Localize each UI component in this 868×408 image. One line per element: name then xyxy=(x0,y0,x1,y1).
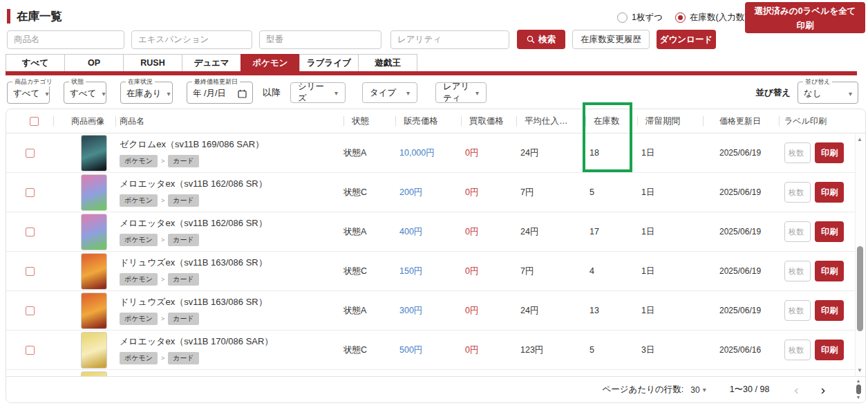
category-chip[interactable]: ポケモン xyxy=(120,313,158,325)
select-all-checkbox[interactable] xyxy=(30,117,39,126)
row-checkbox[interactable] xyxy=(26,228,35,237)
next-page-button[interactable]: › xyxy=(821,383,825,396)
product-name-input[interactable] xyxy=(7,30,124,49)
radio-unselected-icon[interactable] xyxy=(617,12,628,23)
avg-cost-cell: 123円 xyxy=(516,344,585,356)
tab-duema[interactable]: デュエマ xyxy=(182,54,241,72)
radio-selected-icon[interactable] xyxy=(675,12,686,23)
rows-per-page-select[interactable]: 30 ▾ xyxy=(690,385,706,395)
rarity-filter-select[interactable]: レアリティ ▾ xyxy=(435,82,487,103)
category-chip[interactable]: ポケモン xyxy=(120,234,158,246)
radio-one-per-sheet[interactable]: 1枚ずつ xyxy=(617,12,663,24)
tab-yugioh[interactable]: 遊戯王 xyxy=(358,54,417,72)
column-header-condition: 状態 xyxy=(343,115,395,127)
subcategory-chip[interactable]: カード xyxy=(168,352,198,364)
calendar-icon[interactable] xyxy=(238,89,247,98)
label-count-input[interactable] xyxy=(784,182,811,203)
sell-price-link[interactable]: 10,000円 xyxy=(395,147,461,159)
card-image[interactable] xyxy=(81,253,107,290)
product-name[interactable]: メロエッタex（sv11B 162/086 SR） xyxy=(120,217,343,230)
product-image-cell xyxy=(53,293,115,329)
stock-status-filter-select[interactable]: 在庫状況 在庫あり ▾ xyxy=(120,82,173,104)
tab-pokemon[interactable]: ポケモン xyxy=(240,54,300,72)
type-filter-select[interactable]: タイプ ▾ xyxy=(362,82,417,103)
label-count-input[interactable] xyxy=(784,142,811,163)
label-count-input[interactable] xyxy=(784,300,811,321)
card-image[interactable] xyxy=(81,174,107,211)
footer-mini-scrollbar[interactable]: ▲ ▼ xyxy=(855,378,862,400)
print-label-button[interactable]: 印刷 xyxy=(815,300,844,321)
product-name[interactable]: メロエッタex（sv11B 162/086 SR） xyxy=(120,178,343,190)
scroll-up-icon[interactable]: ▲ xyxy=(856,378,861,383)
radio-stock-count[interactable]: 在庫数(入力数) xyxy=(675,12,747,24)
table-scrollbar[interactable]: ▲ ▼ xyxy=(855,134,865,378)
sell-price-link[interactable]: 200円 xyxy=(395,187,461,198)
card-image[interactable] xyxy=(81,214,107,250)
tab-rush[interactable]: RUSH xyxy=(123,54,182,72)
sell-price-link[interactable]: 500円 xyxy=(395,344,461,356)
row-checkbox[interactable] xyxy=(26,267,35,276)
category-chip[interactable]: ポケモン xyxy=(120,155,158,167)
row-checkbox[interactable] xyxy=(26,346,35,355)
product-name[interactable]: ドリュウズex（sv11B 163/086 SR） xyxy=(120,257,343,269)
inventory-table: 商品画像 商品名 状態 販売価格 買取価格 平均仕入… 在庫数 滞留期間 価格更… xyxy=(6,109,866,403)
subcategory-chip[interactable]: カード xyxy=(168,194,198,207)
print-label-button[interactable]: 印刷 xyxy=(815,142,844,163)
label-count-input[interactable] xyxy=(784,261,811,281)
card-image[interactable] xyxy=(81,293,107,329)
scroll-up-icon[interactable]: ▲ xyxy=(857,137,862,142)
label-print-cell: 印刷 xyxy=(779,221,854,242)
print-label-button[interactable]: 印刷 xyxy=(815,340,844,360)
sell-price-link[interactable]: 400円 xyxy=(395,226,461,238)
sort-select[interactable]: 並び替え なし ▾ xyxy=(798,82,858,104)
tab-op[interactable]: OP xyxy=(64,54,124,72)
filter-row: 商品カテゴリ すべて ▾ 状態 すべて ▾ 在庫状況 在庫あり ▾ 最終価格更新… xyxy=(7,82,487,104)
subcategory-chip[interactable]: カード xyxy=(168,273,198,286)
prev-page-button[interactable]: ‹ xyxy=(794,383,798,396)
column-header-sell-price: 販売価格 xyxy=(395,115,461,127)
expansion-input[interactable] xyxy=(131,30,252,49)
subcategory-chip[interactable]: カード xyxy=(168,313,198,325)
card-image[interactable] xyxy=(81,332,107,369)
subcategory-chip[interactable]: カード xyxy=(168,155,198,167)
category-chip[interactable]: ポケモン xyxy=(120,194,158,207)
label-count-input[interactable] xyxy=(784,221,811,242)
stock-count-cell: 13 xyxy=(585,306,637,315)
subcategory-chip[interactable]: カード xyxy=(168,234,198,246)
last-price-date-input[interactable]: 最終価格更新日 年 /月/日 xyxy=(187,82,253,104)
product-name[interactable]: ゼクロムex（sv11B 169/086 SAR） xyxy=(120,138,343,151)
product-name[interactable]: メロエッタex（sv11B 170/086 SAR） xyxy=(120,335,343,348)
category-breadcrumb: ポケモン > カード xyxy=(120,313,343,325)
scrollbar-thumb[interactable] xyxy=(857,246,863,331)
category-filter-select[interactable]: 商品カテゴリ すべて ▾ xyxy=(7,82,50,104)
scroll-down-icon[interactable]: ▼ xyxy=(856,395,861,400)
row-checkbox[interactable] xyxy=(26,188,35,197)
print-all-selected-labels-button[interactable]: 選択済みの0ラベルを全て印刷 xyxy=(745,2,865,33)
sell-price-link[interactable]: 150円 xyxy=(395,266,461,277)
print-label-button[interactable]: 印刷 xyxy=(815,182,844,203)
condition-filter-select[interactable]: 状態 すべて ▾ xyxy=(64,82,106,104)
label-print-cell: 印刷 xyxy=(779,340,854,360)
card-image[interactable] xyxy=(81,135,107,171)
product-name[interactable]: ドリュウズex（sv11B 163/086 SR） xyxy=(120,296,343,308)
print-label-button[interactable]: 印刷 xyxy=(815,261,844,281)
tab-all[interactable]: すべて xyxy=(6,54,65,72)
stock-change-history-button[interactable]: 在庫数変更履歴 xyxy=(572,30,650,49)
search-button[interactable]: 検索 xyxy=(517,30,565,49)
chevron-down-icon: ▾ xyxy=(45,90,48,98)
scroll-down-icon[interactable]: ▼ xyxy=(857,368,862,373)
series-filter-select[interactable]: シリーズ ▾ xyxy=(290,82,346,103)
sell-price-link[interactable]: 300円 xyxy=(395,305,461,317)
scrollbar-thumb[interactable] xyxy=(856,384,861,394)
category-chip[interactable]: ポケモン xyxy=(120,273,158,286)
download-button[interactable]: ダウンロード xyxy=(657,30,716,49)
print-label-button[interactable]: 印刷 xyxy=(815,221,844,242)
tab-lovelive[interactable]: ラブライブ xyxy=(299,54,359,72)
category-chip[interactable]: ポケモン xyxy=(120,352,158,364)
chevron-down-icon: ▾ xyxy=(703,386,706,393)
rarity-input[interactable] xyxy=(390,30,509,49)
model-number-input[interactable] xyxy=(259,30,381,49)
row-checkbox[interactable] xyxy=(26,306,35,315)
label-count-input[interactable] xyxy=(784,340,811,360)
row-checkbox[interactable] xyxy=(26,149,35,158)
